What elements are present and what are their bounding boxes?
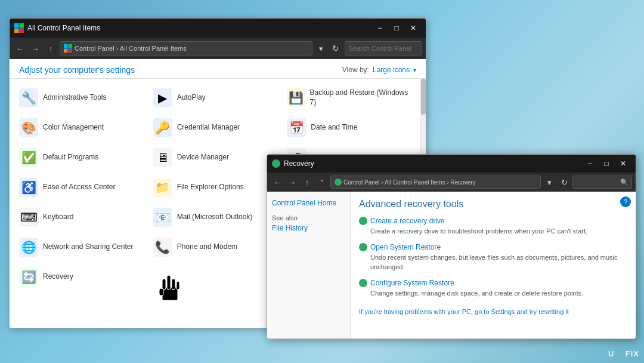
item-icon: 🔄 [19,267,38,287]
tool-link-label: Configure System Restore [370,279,454,287]
item-icon: ⌨ [19,208,38,227]
control-item[interactable]: 📅 Date and Time [282,113,415,142]
help-button[interactable]: ? [620,196,631,207]
control-item[interactable]: 🖥 Device Manager [148,143,281,172]
svg-rect-7 [69,49,72,53]
path-dropdown-button[interactable]: ▾ [315,42,327,55]
rec-maximize-button[interactable]: □ [599,158,614,170]
refresh-button[interactable]: ↻ [329,42,342,55]
svg-rect-3 [20,29,24,33]
recovery-main: ? Advanced recovery tools Create a recov… [351,192,636,339]
item-icon: ▶ [153,88,172,107]
item-label: Credential Manager [177,123,240,133]
recovery-tool-link[interactable]: Open System Restore [359,243,627,251]
reset-link-container: If you're having problems with your PC, … [359,306,627,316]
rec-refresh-button[interactable]: ↻ [558,176,571,189]
main-window-icon [14,23,24,33]
control-item[interactable]: 🔄 Recovery [14,263,147,291]
main-minimize-button[interactable]: − [372,22,388,34]
rec-forward-button[interactable]: → [286,176,299,189]
item-label: File Explorer Options [177,183,244,192]
view-by-label: View by: [342,66,369,74]
item-icon: ♿ [19,178,38,197]
address-path[interactable]: Control Panel › All Control Panel Items [60,41,312,56]
rec-close-button[interactable]: ✕ [615,158,631,170]
control-item[interactable]: 🔧 Administrative Tools [14,84,147,112]
svg-rect-6 [64,49,67,53]
tool-icon [359,243,367,251]
item-label: Recovery [43,272,73,282]
forward-button[interactable]: → [29,42,42,55]
item-label: Backup and Restore (Windows 7) [310,88,411,107]
tool-link-label: Open System Restore [370,243,441,251]
rec-search-box[interactable]: 🔍 [572,176,632,189]
item-icon: 🔧 [19,88,38,107]
item-label: Default Programs [43,153,98,162]
rec-path-dropdown[interactable]: ▾ [543,176,556,189]
tool-description: Create a recovery drive to troubleshoot … [370,227,627,236]
view-by-value[interactable]: Large icons [373,66,410,74]
item-label: Date and Time [311,123,357,133]
recovery-window-title: Recovery [284,159,582,168]
adjust-title: Adjust your computer's settings [19,65,135,75]
rec-back-button[interactable]: ← [271,176,284,189]
tool-link-label: Create a recovery drive [370,217,445,225]
item-icon: 🖥 [153,148,172,167]
tool-description: Change settings, manage disk space, and … [370,289,627,298]
recovery-path-box[interactable]: Control Panel › All Control Panel Items … [330,176,541,189]
control-item[interactable]: 💾 Backup and Restore (Windows 7) [282,84,415,112]
control-panel-home-link[interactable]: Control Panel Home [272,198,345,208]
item-icon: 📧 [153,208,172,227]
file-history-link[interactable]: File History [272,224,345,232]
view-by: View by: Large icons ▾ [342,66,416,74]
recovery-tool-item: Open System Restore Undo recent system c… [359,243,627,272]
item-icon: 💾 [287,88,305,107]
back-button[interactable]: ← [13,42,26,55]
svg-rect-1 [20,23,24,27]
item-label: Keyboard [43,213,73,222]
item-label: AutoPlay [177,93,206,103]
control-item[interactable]: 🌐 Network and Sharing Center [14,233,147,262]
control-item[interactable]: ⌨ Keyboard [14,203,147,232]
rec-minimize-button[interactable]: − [582,158,597,170]
svg-rect-4 [64,44,67,48]
control-item[interactable]: 🎨 Color Management [14,113,147,142]
svg-rect-2 [14,29,18,33]
main-close-button[interactable]: ✕ [405,22,421,34]
rec-search-input[interactable] [576,179,620,186]
rec-up-parent-button[interactable]: ↑ [301,176,314,189]
reset-link[interactable]: If you're having problems with your PC, … [359,308,569,315]
control-item[interactable]: ▶ AutoPlay [148,84,281,112]
recovery-tool-link[interactable]: Create a recovery drive [359,217,627,225]
recovery-window-icon [272,159,280,168]
control-item[interactable]: 📧 Mail (Microsoft Outlook) [148,203,281,232]
toolbar-row: Adjust your computer's settings View by:… [10,59,426,79]
main-maximize-button[interactable]: □ [389,22,404,34]
search-input[interactable] [349,45,426,52]
control-item[interactable]: ✅ Default Programs [14,143,147,172]
recovery-content: Control Panel Home See also File History… [267,192,636,339]
item-label: Network and Sharing Center [43,242,133,252]
up-button[interactable]: ↑ [44,42,57,55]
control-item[interactable]: 📞 Phone and Modem [148,233,281,262]
item-icon: 📅 [287,118,306,137]
search-box[interactable]: 🔍 [345,41,422,56]
item-icon: 📁 [153,178,172,197]
rec-up-button[interactable]: ⌃ [315,176,329,189]
path-icon [64,44,72,53]
svg-rect-0 [14,23,18,27]
control-item[interactable]: ♿ Ease of Access Center [14,173,147,202]
recovery-tool-link[interactable]: Configure System Restore [359,279,627,287]
control-item[interactable]: 🔑 Credential Manager [148,113,281,142]
recovery-tool-item: Configure System Restore Change settings… [359,279,627,298]
item-icon: 📞 [153,238,172,257]
tool-description: Undo recent system changes, but leave fi… [370,253,627,272]
main-address-bar: ← → ↑ Control Panel › All Control Panel … [10,38,426,59]
item-label: Ease of Access Center [43,183,115,192]
watermark: U FIX [608,349,639,358]
recovery-window: Recovery − □ ✕ ← → ↑ ⌃ Control Panel › A… [267,154,636,339]
control-item[interactable]: 📁 File Explorer Options [148,173,281,202]
tool-icon [359,279,367,287]
view-arrow-icon: ▾ [413,67,416,73]
rec-path-text: Control Panel › All Control Panel Items … [343,179,476,186]
